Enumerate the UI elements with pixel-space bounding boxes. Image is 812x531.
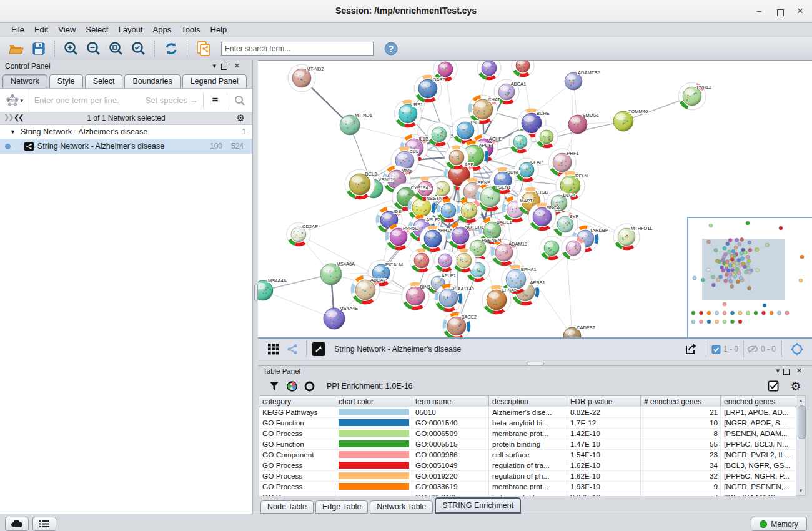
svg-text:MAPT: MAPT [520,198,533,204]
toolbar-separator [187,41,188,57]
cloud-button[interactable] [5,517,29,531]
birdseye-toggle-button[interactable] [787,340,807,359]
menu-item-tools[interactable]: Tools [176,24,205,36]
network-row[interactable]: String Network - Alzheimer's disease 100… [0,139,252,154]
gear-icon[interactable]: ⚙ [237,112,245,124]
tab-select[interactable]: Select [85,74,123,88]
panel-splitter[interactable] [253,60,258,514]
annotation-mode-button[interactable] [312,342,325,356]
minimize-button[interactable]: – [752,5,766,17]
close-panel-icon[interactable]: ✕ [796,367,802,375]
string-protein-query-dropdown[interactable]: STRING ▾ [0,89,29,112]
network-toolbar: String Network - Alzheimer's disease 1 -… [258,337,812,360]
menu-item-edit[interactable]: Edit [29,24,53,36]
enrichment-toolbar: PPI Enrichment: 1.0E-16 ⚙ [258,377,812,395]
panel-menu-icon[interactable]: ▾ [212,62,216,70]
cell-category: KEGG Pathways [259,407,335,417]
close-button[interactable]: ✕ [793,5,807,17]
column-header-category[interactable]: category [259,395,335,407]
menu-item-select[interactable]: Select [81,24,113,36]
string-search-button[interactable] [227,95,252,106]
zoom-selected-button[interactable] [129,39,149,58]
tree-expander-icon[interactable]: ▼ [10,129,16,135]
filter-button[interactable] [267,377,282,395]
network-view[interactable]: MT-ND2MT-ND1VSNL1CD2APMS4A6AMS4A4AMS4A4E… [258,60,812,337]
menu-item-layout[interactable]: Layout [113,24,147,36]
tab-legend-panel[interactable]: Legend Panel [182,74,247,88]
network-share-view-button[interactable] [284,340,300,359]
menu-item-view[interactable]: View [53,24,81,36]
network-navigator[interactable] [687,217,812,337]
column-header-chart-color[interactable]: chart color [335,395,412,407]
maximize-button[interactable] [773,7,787,20]
menu-item-file[interactable]: File [6,24,29,36]
set-species-hint[interactable]: Set species → [146,96,198,105]
open-session-button[interactable] [6,39,26,58]
menu-item-apps[interactable]: Apps [148,24,177,36]
zoom-out-button[interactable] [84,39,104,58]
scrollbar-thumb[interactable] [798,405,806,439]
svg-text:MME: MME [402,167,413,173]
column-header-enriched-genes[interactable]: enriched genes [721,395,802,407]
string-options-menu-icon[interactable]: ≡ [204,94,227,107]
tab-edge-table[interactable]: Edge Table [315,500,368,514]
table-row[interactable]: GO ProcessGO:0006509membrane prot...1.42… [259,429,802,439]
menu-item-help[interactable]: Help [205,24,232,36]
scroll-down-arrow[interactable]: ▼ [797,487,805,495]
zoom-fit-button[interactable] [106,39,126,58]
panel-menu-icon[interactable]: ▾ [776,367,780,375]
tab-string-enrichment[interactable]: STRING Enrichment [435,497,521,514]
cell-term-name: GO:0033619 [412,482,489,492]
column-header-FDR-p-value[interactable]: FDR p-value [567,395,641,407]
help-button[interactable]: ? [381,39,401,58]
network-selection-bar: ❯❯ ❯❯ 1 of 1 Network selected ⚙ [0,112,252,125]
table-row[interactable]: GO ComponentGO:0009986cell surface1.54E-… [259,450,802,460]
cell-enriched-count: 55 [641,439,721,449]
task-list-button[interactable] [32,517,56,531]
table-row[interactable]: GO ProcessGO:0050435beta-amyloid m...2.0… [259,492,802,496]
tab-network[interactable]: Network [2,74,47,88]
search-input[interactable] [221,42,374,56]
table-row[interactable]: GO ProcessGO:0019220regulation of ph...1… [259,471,802,482]
save-session-button[interactable] [29,39,49,58]
string-term-input[interactable] [29,95,146,106]
reset-charts-button[interactable] [302,377,317,395]
tab-style[interactable]: Style [49,74,83,88]
scroll-up-arrow[interactable]: ▲ [797,397,805,405]
settings-button[interactable]: ⚙ [786,377,806,395]
select-categories-button[interactable] [763,377,783,395]
close-panel-icon[interactable]: ✕ [234,62,240,70]
memory-button[interactable]: Memory [751,517,807,531]
refresh-button[interactable] [161,39,181,58]
title-bar: Session: /tmp/enrichmentTest.cys – ✕ [0,0,812,23]
svg-text:BCL3: BCL3 [365,171,377,177]
tab-network-table[interactable]: Network Table [370,500,433,514]
column-header-term-name[interactable]: term name [412,395,489,407]
column-header-description[interactable]: description [489,395,567,407]
network-collection-row[interactable]: ▼ String Network - Alzheimer's disease 1 [0,125,252,139]
tab-node-table[interactable]: Node Table [260,500,314,514]
table-row[interactable]: GO ProcessGO:0051049regulation of tra...… [259,460,802,471]
table-row[interactable]: GO FunctionGO:0001540beta-amyloid bi...1… [259,418,802,429]
enrichment-table-header: categorychart colorterm namedescriptionF… [259,395,802,407]
chart-color-swatch [339,451,409,458]
table-row[interactable]: KEGG Pathways05010Alzheimer's dise...8.8… [259,407,802,418]
float-panel-icon[interactable] [783,369,790,375]
svg-text:NOTCH1: NOTCH1 [465,224,484,230]
column-header--enriched-genes[interactable]: # enriched genes [641,395,721,407]
table-splitter[interactable] [258,360,812,365]
navigator-overview[interactable] [688,218,810,336]
float-panel-icon[interactable] [221,64,227,70]
tab-boundaries[interactable]: Boundaries [124,74,180,88]
table-scrollbar[interactable]: ▲ ▼ [796,395,806,496]
zoom-in-button[interactable] [61,39,81,58]
grid-mode-button[interactable] [265,340,282,359]
cell-category: GO Process [259,471,335,481]
export-network-button[interactable] [680,340,700,359]
hidden-elements-eye-icon [747,345,758,354]
draw-charts-button[interactable] [284,377,299,395]
cell-chart-color [335,439,412,449]
table-row[interactable]: GO ProcessGO:0033619membrane prot...1.93… [259,482,802,492]
table-row[interactable]: GO FunctionGO:0005515protein binding1.47… [259,439,802,450]
network-from-file-button[interactable] [194,39,214,58]
